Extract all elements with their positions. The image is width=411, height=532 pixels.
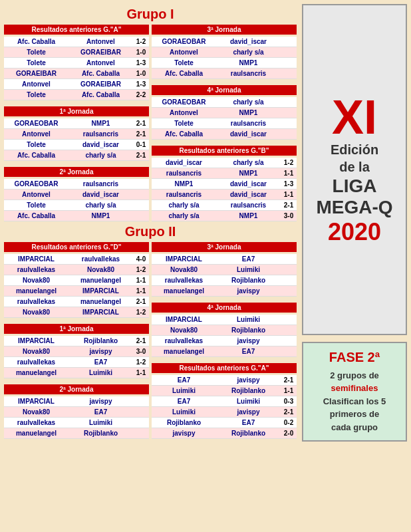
score [281, 112, 297, 114]
team2: david_iscar [68, 140, 133, 150]
match-row: Antonveldavid_iscar [4, 190, 149, 200]
edition-label: Edición [331, 141, 378, 158]
team1: Antonvel [4, 129, 68, 139]
team1: Antonvel [4, 79, 68, 89]
score: 1-1 [133, 368, 149, 378]
team2: raulsancris [216, 68, 281, 78]
score: 2-1 [133, 129, 149, 139]
team2: Rojiblanko [216, 428, 281, 438]
team2: Rojiblanko [216, 325, 281, 335]
score: 3-0 [281, 211, 297, 221]
match-row: Toletecharly s/a [4, 200, 149, 211]
team2: NMP1 [216, 108, 281, 118]
score: 1-0 [133, 68, 149, 78]
team2: IMPARCIAL [68, 307, 133, 317]
team1: manuelangel [152, 286, 216, 296]
team1: manuelangel [4, 428, 68, 438]
match-row: LuimikiRojiblanko1-1 [152, 386, 297, 396]
grupo1-section: Resultados anteriores G."A" Afc. Caballa… [4, 25, 297, 221]
team2: Luimiki [216, 315, 281, 325]
team2: raulsancris [216, 200, 281, 210]
team2: javispy [68, 396, 133, 406]
team2: javispy [68, 346, 133, 356]
match-row: Afc. CaballaNMP1 [4, 211, 149, 221]
score: 2-2 [133, 90, 149, 100]
team1: javispy [152, 428, 216, 438]
team2: david_iscar [216, 179, 281, 189]
match-row: GORAEIBARAfc. Caballa1-0 [4, 68, 149, 79]
score: 2-1 [281, 375, 297, 385]
grupo2-section: Resultados anteriores G."D" IMPARCIALrau… [4, 242, 297, 439]
team1: raulvallekas [152, 336, 216, 346]
team2: EA7 [68, 407, 133, 417]
team1: EA7 [152, 396, 216, 406]
g1-j1-header: 1ª Jornada [4, 106, 149, 116]
score: 2-1 [281, 407, 297, 417]
match-row: raulsancrisdavid_iscar1-1 [152, 190, 297, 200]
team2: javispy [216, 286, 281, 296]
score: 1-3 [281, 179, 297, 189]
match-row: AntonvelNMP1 [152, 108, 297, 118]
score: 1-2 [133, 265, 149, 275]
score [133, 411, 149, 414]
score [281, 72, 297, 75]
team1: charly s/a [152, 211, 216, 221]
score: 0-3 [281, 396, 297, 406]
team1: Antonvel [4, 190, 68, 200]
match-row: raulvallekasRojiblanko [152, 275, 297, 286]
team1: manuelangel [152, 346, 216, 356]
g1-prev-matches: Afc. CaballaAntonvel1-2ToleteGORAEIBAR1-… [4, 37, 149, 100]
team2: charly s/a [216, 47, 281, 57]
de-la-label: de la [339, 158, 370, 176]
team2: EA7 [216, 346, 281, 356]
g2-j1-header: 1ª Jornada [4, 324, 149, 334]
score [281, 122, 297, 125]
xi-label: XI [332, 93, 377, 141]
team1: raulvallekas [4, 297, 68, 307]
match-row: IMPARCIALraulvallekas4-0 [4, 254, 149, 265]
team1: raulvallekas [4, 357, 68, 367]
match-row: Afc. Caballacharly s/a2-1 [4, 150, 149, 161]
score: 0-2 [281, 418, 297, 428]
team1: Luimiki [152, 386, 216, 396]
score [281, 51, 297, 54]
grupo2-title: Grupo II [4, 224, 297, 239]
score [281, 101, 297, 104]
team1: Novak80 [4, 307, 68, 317]
team1: Tolete [152, 118, 216, 128]
team2: IMPARCIAL [68, 286, 133, 296]
team2: Novak80 [68, 265, 133, 275]
match-row: Afc. CaballaAntonvel1-2 [4, 37, 149, 47]
team1: Novak80 [4, 275, 68, 285]
score: 2-1 [133, 297, 149, 307]
team2: Rojiblanko [68, 428, 133, 438]
right-top-box: XI Edición de la LIGA MEGA-Q 2020 [302, 4, 407, 335]
match-row: GORAEOBARraulsancris [4, 179, 149, 190]
match-row: IMPARCIALEA7 [152, 254, 297, 265]
team1: Novak80 [152, 265, 216, 275]
right-panel: XI Edición de la LIGA MEGA-Q 2020 FASE 2… [299, 0, 411, 446]
grupo2-left-col: Resultados anteriores G."D" IMPARCIALrau… [4, 242, 149, 439]
team2: javispy [216, 407, 281, 417]
score: 2-1 [133, 118, 149, 128]
match-row: GORAEOBARdavid_iscar [152, 37, 297, 47]
match-row: javispyRojiblanko2-0 [152, 428, 297, 439]
team1: GORAEOBAR [4, 118, 68, 128]
fase-line4: primeros de [330, 409, 379, 419]
team1: Novak80 [4, 407, 68, 417]
match-row: manuelangelIMPARCIAL1-1 [4, 286, 149, 297]
match-row: Antonvelraulsancris2-1 [4, 129, 149, 140]
team1: Tolete [4, 200, 68, 210]
score: 1-1 [133, 286, 149, 296]
score: 2-0 [281, 428, 297, 438]
team2: Antonvel [68, 58, 133, 68]
score [133, 422, 149, 424]
score: 2-1 [281, 200, 297, 210]
team1: Luimiki [152, 407, 216, 417]
fase-desc: 2 grupos de semifinales Clasifican los 5… [310, 369, 399, 434]
score [281, 329, 297, 332]
score: 1-0 [133, 47, 149, 57]
match-row: raulvallekasEA71-2 [4, 357, 149, 368]
g1-prev-header: Resultados anteriores G."A" [4, 25, 149, 35]
match-row: Luimikijavispy2-1 [152, 407, 297, 418]
